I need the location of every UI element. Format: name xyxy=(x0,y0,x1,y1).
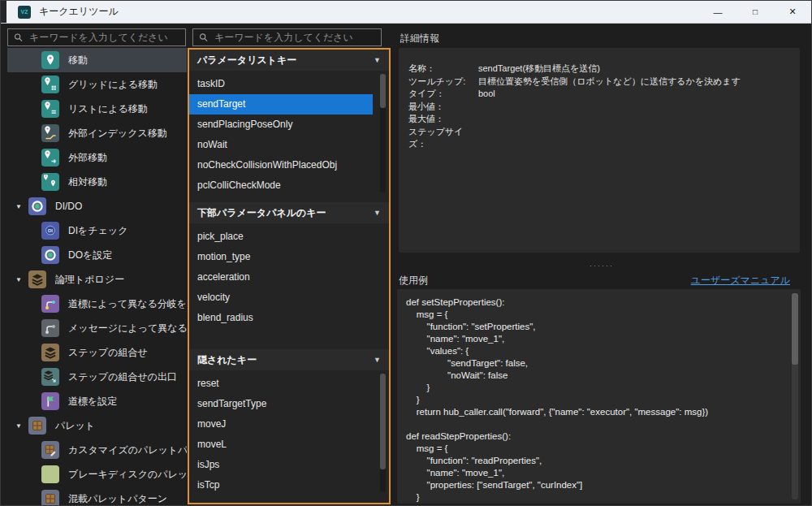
sidebar-item[interactable]: グリッドによる移動 xyxy=(7,72,187,97)
detail-field-value: 目標位置姿勢を受信側（ロボットなど）に送信するかを決めます xyxy=(478,76,788,89)
usage-panel-title: 使用例 xyxy=(399,274,428,288)
sidebar-item-label: パレット xyxy=(55,419,95,433)
expand-caret-icon[interactable]: ▼ xyxy=(15,276,28,283)
sidebar-item[interactable]: 外部インデックス移動 xyxy=(7,121,187,145)
collapse-caret-icon[interactable]: ▼ xyxy=(374,56,381,64)
sidebar-item-label: 外部インデックス移動 xyxy=(68,127,167,141)
sidebar-item-label: 混載パレットパターン xyxy=(68,492,167,506)
sidebar-item-label: メッセージによって異なる分岐を実行 xyxy=(68,322,187,335)
sidebar-item[interactable]: ブレーキディスクのパレットパターン xyxy=(7,462,187,487)
sidebar-item-label: DOを設定 xyxy=(68,249,112,262)
detail-row: 最大値： xyxy=(408,113,788,126)
list-scrollbar-thumb[interactable] xyxy=(380,374,386,469)
logic-topology-icon xyxy=(28,270,46,288)
sidebar-item-label: ステップの組合せの出口 xyxy=(68,370,177,384)
section-title: 隠されたキー xyxy=(197,353,257,367)
key-item[interactable]: sendTargetType xyxy=(189,394,373,414)
key-item[interactable]: pclColliCheckMode xyxy=(189,175,373,196)
detail-row: 最小値： xyxy=(408,101,788,114)
expand-caret-icon[interactable]: ▼ xyxy=(15,203,28,210)
external-index-move-icon xyxy=(41,124,59,142)
user-manual-link[interactable]: ユーザーズマニュアル xyxy=(691,274,790,288)
sidebar-item[interactable]: ▼論理トポロジー xyxy=(7,267,187,292)
relative-move-icon xyxy=(41,173,59,191)
message-branch-icon xyxy=(41,319,59,337)
pallet-icon xyxy=(28,417,46,435)
key-item[interactable]: noCheckCollisionWithPlacedObj xyxy=(189,155,373,175)
section-header[interactable]: 下部パラメータパネルのキー▼ xyxy=(189,202,389,223)
list-scrollbar[interactable] xyxy=(380,374,386,492)
minimize-button[interactable]: — xyxy=(699,1,736,23)
key-list: taskIDsendTargetsendPlacingPoseOnlynoWai… xyxy=(189,71,389,202)
list-scrollbar[interactable] xyxy=(380,74,386,192)
list-move-icon xyxy=(41,100,59,118)
section-header[interactable]: 隠されたキー▼ xyxy=(189,349,389,370)
key-item[interactable]: pick_place xyxy=(189,227,373,247)
key-item[interactable]: motion_type xyxy=(189,247,373,267)
sidebar-item[interactable]: ステップの組合せ xyxy=(7,340,187,365)
code-scrollbar[interactable] xyxy=(792,293,798,500)
sidebar-item-label: 相対移動 xyxy=(68,175,107,189)
detail-field-label: ステップサイズ： xyxy=(408,126,478,151)
sidebar-item[interactable]: DOを設定 xyxy=(7,243,187,267)
usage-code: def setStepProperties(): msg = { "functi… xyxy=(406,296,784,504)
sidebar-item[interactable]: 道標を設定 xyxy=(7,389,187,413)
set-waypoint-icon xyxy=(41,392,59,410)
key-item[interactable]: isTcp xyxy=(189,475,373,495)
do-set-icon xyxy=(41,246,59,264)
keys-search[interactable] xyxy=(192,28,382,46)
sidebar-item[interactable]: DIDIをチェック xyxy=(7,218,187,243)
sidebar-item-label: リストによる移動 xyxy=(68,102,148,116)
sidebar-item[interactable]: 外部移動 xyxy=(7,145,187,170)
sidebar-item-label: 外部移動 xyxy=(68,151,107,165)
sidebar-item[interactable]: ▼パレット xyxy=(7,413,187,438)
key-item[interactable]: isJps xyxy=(189,455,373,475)
detail-row: ステップサイズ： xyxy=(408,126,788,151)
svg-text:DI: DI xyxy=(48,228,53,233)
sidebar-item[interactable]: 相対移動 xyxy=(7,170,187,194)
collapse-caret-icon[interactable]: ▼ xyxy=(374,209,381,217)
sidebar-item[interactable]: メッセージによって異なる分岐を実行 xyxy=(7,316,187,340)
key-item[interactable]: taskID xyxy=(189,74,373,94)
collapse-caret-icon[interactable]: ▼ xyxy=(374,356,381,364)
key-item[interactable]: moveL xyxy=(189,435,373,455)
sidebar-item[interactable]: 混載パレットパターン xyxy=(7,487,187,505)
waypoint-branch-icon xyxy=(41,295,59,313)
usage-code-box: def setStepProperties(): msg = { "functi… xyxy=(397,289,801,504)
sidebar-item-label: 道標を設定 xyxy=(68,395,117,409)
external-move-icon xyxy=(41,149,59,167)
sidebar-item[interactable]: カスタマイズのパレットパターン xyxy=(7,438,187,462)
step-group-icon xyxy=(41,344,59,361)
key-item[interactable]: sendPlacingPoseOnly xyxy=(189,115,373,135)
expand-caret-icon[interactable]: ▼ xyxy=(15,422,28,430)
sidebar-item[interactable]: ▼DI/DO xyxy=(7,194,187,218)
code-scrollbar-thumb[interactable] xyxy=(792,293,798,365)
detail-field-label: ツールチップ: xyxy=(408,76,478,89)
keys-search-input[interactable] xyxy=(213,31,375,44)
key-item[interactable]: sendTarget xyxy=(189,94,373,115)
key-item[interactable]: acceleration xyxy=(189,267,373,288)
key-item[interactable]: blend_radius xyxy=(189,308,373,328)
list-scrollbar-thumb[interactable] xyxy=(380,74,386,108)
window-edge xyxy=(1,1,6,23)
key-item[interactable]: velocity xyxy=(189,288,373,308)
panel-splitter[interactable] xyxy=(392,261,811,270)
keys-panel: パラメータリストキー▼taskIDsendTargetsendPlacingPo… xyxy=(188,48,391,504)
sidebar-item[interactable]: リストによる移動 xyxy=(7,97,187,121)
di-do-icon xyxy=(28,197,46,215)
sidebar-item[interactable]: 移動 xyxy=(7,48,187,72)
close-button[interactable]: ✕ xyxy=(774,1,811,23)
sidebar-item[interactable]: ステップの組合せの出口 xyxy=(7,365,187,389)
search-icon xyxy=(14,32,23,42)
key-item[interactable]: moveJ xyxy=(189,414,373,435)
maximize-button[interactable]: □ xyxy=(736,1,774,23)
sidebar-search[interactable] xyxy=(7,28,186,46)
section-header[interactable]: パラメータリストキー▼ xyxy=(189,50,389,71)
drag-handle-dots xyxy=(590,263,614,268)
detail-field-value: sendTarget(移動目標点を送信) xyxy=(478,63,788,76)
key-item[interactable]: noWait xyxy=(189,135,373,155)
sidebar-item[interactable]: 道標によって異なる分岐を実行 xyxy=(7,292,187,316)
sidebar-item-label: ブレーキディスクのパレットパターン xyxy=(68,468,187,482)
sidebar-search-input[interactable] xyxy=(28,31,179,44)
key-item[interactable]: reset xyxy=(189,374,373,394)
